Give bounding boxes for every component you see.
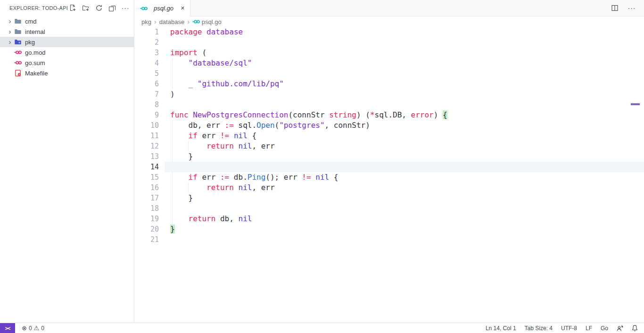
code-line-14[interactable]: 14 xyxy=(134,162,644,172)
indent-guide xyxy=(188,141,189,151)
code-line-4[interactable]: 4 "database/sql" xyxy=(134,58,644,68)
line-number: 17 xyxy=(134,193,170,203)
chevron-right-icon: › xyxy=(7,28,13,35)
explorer-sidebar: EXPLORER: TODO-API xyxy=(0,0,134,323)
code-line-13[interactable]: 13 } xyxy=(134,151,644,162)
tree-item-internal[interactable]: ›internal xyxy=(0,26,134,37)
code-line-content: ) xyxy=(170,89,644,100)
refresh-explorer-icon[interactable] xyxy=(94,3,104,13)
tree-item-go-mod[interactable]: ›go.mod xyxy=(0,47,134,58)
code-line-6[interactable]: 6 _ "github.com/lib/pq" xyxy=(134,79,644,89)
line-number: 20 xyxy=(134,224,170,234)
line-number: 19 xyxy=(134,214,170,224)
problems-indicator[interactable]: ⊗ 0 ⚠ 0 xyxy=(18,325,48,332)
code-line-18[interactable]: 18 xyxy=(134,203,644,214)
tree-item-pkg[interactable]: ›pkg xyxy=(0,37,134,47)
line-number: 4 xyxy=(134,58,170,68)
code-editor[interactable]: 1package database23import (4 "database/s… xyxy=(134,27,644,323)
tree-item-label: cmd xyxy=(25,18,37,25)
split-editor-icon[interactable] xyxy=(610,3,619,13)
indent-guide xyxy=(172,141,173,151)
explorer-header: EXPLORER: TODO-API xyxy=(0,0,134,16)
code-line-content: package database xyxy=(170,27,644,37)
code-line-content xyxy=(170,203,644,214)
code-line-5[interactable]: 5 xyxy=(134,68,644,79)
indent-guide xyxy=(172,131,173,141)
tab-bar: psql.go ✕ ··· xyxy=(134,0,644,17)
code-line-12[interactable]: 12 return nil, err xyxy=(134,141,644,151)
bell-icon[interactable] xyxy=(627,325,644,332)
line-number: 2 xyxy=(134,37,170,48)
code-line-19[interactable]: 19 return db, nil xyxy=(134,214,644,224)
line-number: 12 xyxy=(134,141,170,151)
explorer-more-actions-icon[interactable]: ··· xyxy=(121,3,130,13)
code-line-8[interactable]: 8 xyxy=(134,100,644,110)
editor-actions: ··· xyxy=(610,0,644,16)
code-line-2[interactable]: 2 xyxy=(134,37,644,48)
tree-item-label: go.sum xyxy=(25,59,45,67)
folder-icon xyxy=(14,28,22,35)
indent-guide xyxy=(172,151,173,162)
indent-guide xyxy=(172,79,173,89)
status-line-col[interactable]: Ln 14, Col 1 xyxy=(481,325,520,332)
remote-indicator[interactable]: >< xyxy=(0,323,15,333)
tree-item-go-sum[interactable]: ›go.sum xyxy=(0,58,134,68)
tab-psql-go[interactable]: psql.go ✕ xyxy=(134,0,190,17)
new-folder-icon[interactable] xyxy=(81,3,91,13)
code-line-1[interactable]: 1package database xyxy=(134,27,644,37)
tree-item-label: pkg xyxy=(25,39,35,46)
editor-more-actions-icon[interactable]: ··· xyxy=(627,3,636,13)
breadcrumb: pkg›database›psql.go xyxy=(134,17,644,27)
indent-guide xyxy=(172,58,173,68)
tree-item-makefile[interactable]: ›Makefile xyxy=(0,68,134,78)
code-line-21[interactable]: 21 xyxy=(134,234,644,245)
close-tab-icon[interactable]: ✕ xyxy=(179,5,186,12)
code-line-content: return db, nil xyxy=(170,214,644,224)
line-number: 7 xyxy=(134,89,170,100)
line-number: 10 xyxy=(134,120,170,131)
breadcrumb-item-database[interactable]: database xyxy=(159,18,185,25)
warning-count: 0 xyxy=(41,325,44,332)
tree-item-cmd[interactable]: ›cmd xyxy=(0,16,134,26)
go-mod-icon xyxy=(14,49,22,56)
chevron-right-icon: › xyxy=(7,39,13,45)
breadcrumb-item-pkg[interactable]: pkg xyxy=(141,18,151,25)
error-icon: ⊗ xyxy=(22,325,27,331)
line-number: 21 xyxy=(134,234,170,245)
code-line-9[interactable]: 9func NewPostgresConnection(connStr stri… xyxy=(134,110,644,120)
breadcrumb-item-psql-go[interactable]: psql.go xyxy=(192,18,222,25)
code-line-content: if err := db.Ping(); err != nil { xyxy=(170,172,644,183)
tree-item-label: go.mod xyxy=(25,49,45,56)
code-line-content xyxy=(170,162,644,172)
line-number: 14 xyxy=(134,162,170,172)
line-number: 18 xyxy=(134,203,170,214)
remote-icon: >< xyxy=(5,325,10,331)
code-line-10[interactable]: 10 db, err := sql.Open("postgres", connS… xyxy=(134,120,644,131)
code-line-15[interactable]: 15 if err := db.Ping(); err != nil { xyxy=(134,172,644,183)
line-number: 9 xyxy=(134,110,170,120)
status-encoding[interactable]: UTF-8 xyxy=(557,325,581,332)
code-line-20[interactable]: 20} xyxy=(134,224,644,234)
pkg-folder-icon xyxy=(14,38,22,46)
status-language[interactable]: Go xyxy=(596,325,612,332)
collapse-folders-icon[interactable] xyxy=(107,3,117,13)
code-line-17[interactable]: 17 } xyxy=(134,193,644,203)
indent-guide xyxy=(172,214,173,224)
code-line-16[interactable]: 16 return nil, err xyxy=(134,183,644,193)
breadcrumb-label: pkg xyxy=(141,18,151,25)
code-line-11[interactable]: 11 if err != nil { xyxy=(134,131,644,141)
file-tree: ›cmd›internal›pkg›go.mod›go.sum›Makefile xyxy=(0,16,134,78)
code-line-content: } xyxy=(170,224,644,234)
code-line-3[interactable]: 3import ( xyxy=(134,48,644,58)
overview-ruler-cursor-mark xyxy=(631,103,640,105)
code-line-content: _ "github.com/lib/pq" xyxy=(170,79,644,89)
code-line-7[interactable]: 7) xyxy=(134,89,644,100)
status-bar: >< ⊗ 0 ⚠ 0 Ln 14, Col 1Tab Size: 4UTF-8L… xyxy=(0,323,644,333)
status-eol[interactable]: LF xyxy=(581,325,596,332)
status-tab-size[interactable]: Tab Size: 4 xyxy=(520,325,557,332)
feedback-icon[interactable] xyxy=(612,325,627,332)
new-file-icon[interactable] xyxy=(68,3,77,13)
line-number: 11 xyxy=(134,131,170,141)
tree-item-label: internal xyxy=(25,28,45,35)
indent-guide xyxy=(172,68,173,79)
